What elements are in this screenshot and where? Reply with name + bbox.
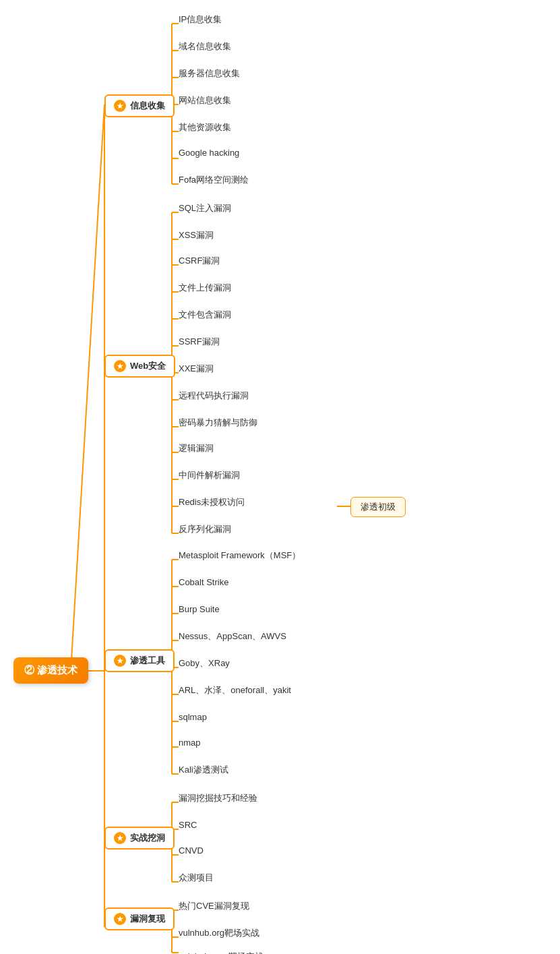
leaf-cve: 热门CVE漏洞复现 — [179, 900, 249, 912]
leaf-xss: XSS漏洞 — [179, 229, 214, 241]
leaf-ssrf: SSRF漏洞 — [179, 336, 220, 348]
leaf-sql: SQL注入漏洞 — [179, 202, 231, 214]
leaf-cnvd: CNVD — [179, 845, 204, 857]
leaf-redis: Redis未授权访问 — [179, 496, 245, 508]
leaf-kali: Kali渗透测试 — [179, 764, 228, 776]
leaf-xxe: XXE漏洞 — [179, 363, 214, 375]
leaf-brute: 密码暴力猜解与防御 — [179, 417, 257, 429]
highlight-node: 渗透初级 — [350, 497, 406, 517]
leaf-domain-info: 域名信息收集 — [179, 40, 231, 53]
leaf-file-include: 文件包含漏洞 — [179, 309, 231, 321]
highlight-label: 渗透初级 — [361, 502, 396, 512]
category-info: ★ 信息收集 — [104, 94, 175, 117]
star-icon-practice: ★ — [114, 832, 126, 844]
leaf-ip-info: IP信息收集 — [179, 13, 222, 26]
leaf-csrf: CSRF漏洞 — [179, 255, 220, 267]
leaf-server-info: 服务器信息收集 — [179, 67, 240, 80]
leaf-google-hacking: Google hacking — [179, 147, 239, 159]
leaf-vuln-skill: 漏洞挖掘技巧和经验 — [179, 792, 257, 804]
star-icon-web: ★ — [114, 360, 126, 372]
mindmap-container: ② 渗透技术 渗透初级 ★ 信息收集 IP信息收集 域名信息收集 服务器信息收集… — [0, 0, 560, 954]
leaf-file-upload: 文件上传漏洞 — [179, 282, 231, 294]
leaf-sqlmap: sqlmap — [179, 711, 207, 723]
svg-line-2 — [71, 105, 104, 671]
root-node: ② 渗透技术 — [13, 657, 88, 684]
leaf-logic: 逻辑漏洞 — [179, 442, 214, 454]
category-practice: ★ 实战挖洞 — [104, 827, 175, 849]
leaf-burp: Burp Suite — [179, 603, 220, 616]
leaf-vulnhub-org: vulnhub.org靶场实战 — [179, 927, 259, 939]
connectors-svg — [0, 0, 560, 954]
leaf-crowd: 众测项目 — [179, 872, 214, 884]
leaf-arl: ARL、水泽、oneforall、yakit — [179, 684, 291, 696]
leaf-rce: 远程代码执行漏洞 — [179, 390, 249, 402]
leaf-web-info: 网站信息收集 — [179, 94, 231, 107]
leaf-nmap: nmap — [179, 737, 201, 749]
category-practice-label: 实战挖洞 — [130, 832, 165, 844]
star-icon-tools: ★ — [114, 655, 126, 667]
leaf-goby: Goby、XRay — [179, 657, 230, 669]
leaf-cs: Cobalt Strike — [179, 576, 228, 589]
category-info-label: 信息收集 — [130, 100, 165, 112]
leaf-fofa: Fofa网络空间测绘 — [179, 174, 249, 186]
category-vuln: ★ 漏洞复现 — [104, 907, 175, 930]
leaf-nessus: Nessus、AppScan、AWVS — [179, 630, 286, 643]
leaf-deserialize: 反序列化漏洞 — [179, 523, 231, 535]
leaf-msf: Metasploit Framework（MSF） — [179, 549, 301, 562]
leaf-middleware: 中间件解析漏洞 — [179, 469, 240, 481]
leaf-vulnhub-com: vulnhub.com靶场实战 — [179, 951, 263, 954]
star-icon-vuln: ★ — [114, 913, 126, 925]
category-vuln-label: 漏洞复现 — [130, 913, 165, 925]
star-icon: ★ — [114, 100, 126, 112]
leaf-other-info: 其他资源收集 — [179, 121, 231, 133]
category-web-label: Web安全 — [130, 360, 166, 372]
category-tools-label: 渗透工具 — [130, 655, 165, 667]
leaf-src: SRC — [179, 819, 197, 831]
root-label: ② 渗透技术 — [24, 664, 77, 676]
category-web: ★ Web安全 — [104, 355, 175, 378]
category-tools: ★ 渗透工具 — [104, 649, 175, 672]
